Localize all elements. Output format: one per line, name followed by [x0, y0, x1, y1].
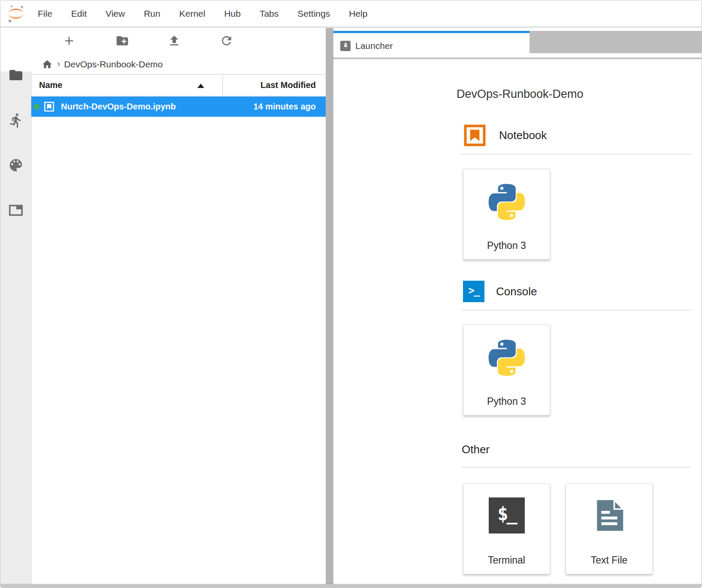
launcher-card-console-python3[interactable]: Python 3 [463, 324, 550, 415]
file-last-modified: 14 minutes ago [253, 102, 326, 112]
launcher-cwd-title: DevOps-Runbook-Demo [457, 88, 584, 101]
notebook-icon [463, 124, 487, 147]
file-browser-panel: › DevOps-Runbook-Demo Name Last Modified… [31, 28, 326, 584]
launcher-section-other: Other [462, 443, 490, 456]
sidebar-tab-open-tabs[interactable] [8, 202, 24, 218]
section-divider [461, 154, 691, 155]
upload-icon [167, 34, 181, 48]
launcher-section-notebook: Notebook [463, 124, 547, 147]
section-divider [461, 467, 691, 468]
card-label: Python 3 [463, 396, 550, 407]
file-row-selected[interactable]: Nurtch-DevOps-Demo.ipynb 14 minutes ago [31, 97, 326, 117]
terminal-icon: $_ [489, 497, 525, 533]
card-label: Text File [566, 555, 652, 566]
menu-tabs[interactable]: Tabs [260, 9, 278, 19]
column-header-last-modified[interactable]: Last Modified [222, 75, 326, 96]
menu-hub[interactable]: Hub [224, 9, 241, 19]
menu-view[interactable]: View [106, 9, 125, 19]
console-icon: >_ [463, 281, 484, 302]
running-man-icon [8, 112, 24, 128]
launcher-rocket-icon [340, 41, 351, 51]
panel-splitter-handle[interactable] [326, 28, 333, 584]
launcher-panel: DevOps-Runbook-Demo Notebook [333, 59, 702, 584]
new-folder-button[interactable] [112, 31, 132, 50]
main-menu: File Edit View Run Kernel Hub Tabs Setti… [38, 9, 386, 19]
breadcrumb: › DevOps-Runbook-Demo [31, 55, 326, 73]
folder-icon [8, 67, 24, 83]
notebook-file-icon [43, 101, 55, 112]
upload-button[interactable] [164, 31, 184, 50]
column-header-name[interactable]: Name [31, 75, 222, 96]
plus-icon [62, 34, 76, 48]
card-label: Terminal [463, 555, 550, 566]
menu-settings[interactable]: Settings [297, 9, 330, 19]
window-bottom-edge [0, 584, 702, 588]
tabs-icon [8, 202, 24, 218]
python-logo-icon [486, 181, 527, 223]
launcher-section-label: Notebook [499, 129, 547, 142]
menu-edit[interactable]: Edit [71, 9, 87, 19]
menu-help[interactable]: Help [349, 9, 367, 19]
launcher-section-console: >_ Console [463, 281, 537, 302]
card-label: Python 3 [463, 240, 550, 252]
launcher-card-text-file[interactable]: Text File [566, 483, 653, 574]
launcher-card-terminal[interactable]: $_ Terminal [463, 483, 550, 574]
menu-bar: File Edit View Run Kernel Hub Tabs Setti… [0, 0, 702, 27]
breadcrumb-separator: › [57, 58, 60, 70]
new-launcher-button[interactable] [59, 31, 79, 50]
section-divider [461, 310, 691, 311]
home-icon[interactable] [42, 59, 53, 70]
main-dock-panel: Launcher DevOps-Runbook-Demo Notebook [333, 28, 702, 584]
text-file-icon [591, 496, 628, 534]
sidebar-tab-running[interactable] [8, 112, 24, 128]
jupyter-logo-icon [6, 4, 26, 24]
left-sidebar [0, 28, 31, 584]
kernel-running-dot [34, 104, 39, 109]
refresh-icon [220, 34, 233, 48]
sidebar-tab-commands[interactable] [8, 157, 24, 173]
sidebar-tab-files[interactable] [8, 67, 24, 83]
launcher-section-label: Console [496, 285, 537, 298]
sort-ascending-icon [197, 84, 204, 88]
refresh-button[interactable] [217, 31, 236, 50]
breadcrumb-current-folder[interactable]: DevOps-Runbook-Demo [64, 59, 163, 70]
menu-file[interactable]: File [38, 9, 52, 19]
tab-launcher-label: Launcher [355, 41, 393, 51]
dock-tab-bar: Launcher [333, 28, 702, 59]
sidebar-tab-files-active [0, 28, 31, 72]
file-browser-toolbar [31, 28, 326, 53]
menu-kernel[interactable]: Kernel [179, 9, 206, 19]
file-name: Nurtch-DevOps-Demo.ipynb [61, 102, 253, 112]
file-list-header: Name Last Modified [31, 74, 326, 97]
menu-run[interactable]: Run [144, 9, 160, 19]
python-logo-icon [486, 337, 527, 379]
new-folder-icon [115, 34, 129, 48]
palette-icon [8, 157, 24, 173]
launcher-card-notebook-python3[interactable]: Python 3 [463, 169, 550, 260]
jupyterlab-window: File Edit View Run Kernel Hub Tabs Setti… [0, 0, 702, 588]
tab-launcher[interactable]: Launcher [333, 31, 530, 58]
